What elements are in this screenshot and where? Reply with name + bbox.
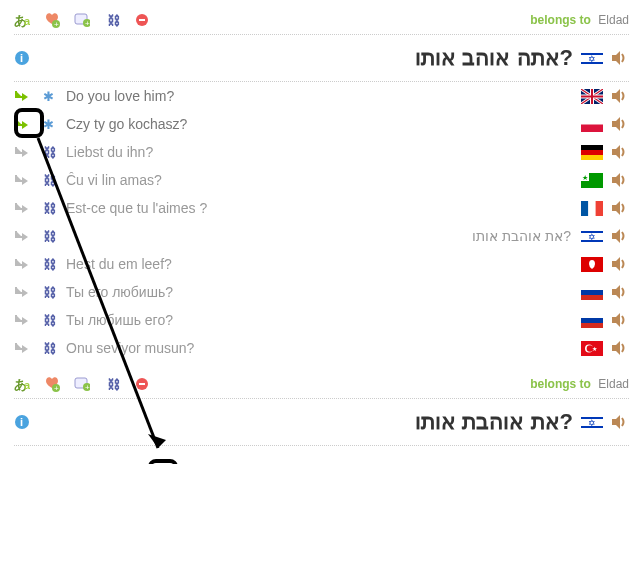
translation-row: ⛓Hest du em leef? (14, 250, 629, 278)
link-icon[interactable]: ⛓ (104, 12, 120, 28)
flag-problem-icon[interactable] (134, 12, 150, 28)
translation-text[interactable]: Ты его любишь? (66, 284, 571, 300)
owner-link[interactable]: Eldad (598, 377, 629, 391)
translation-arrow-icon[interactable] (14, 340, 30, 356)
transliterate-icon[interactable]: あa (14, 376, 30, 392)
translation-text[interactable]: Ĉu vi lin amas? (66, 172, 571, 188)
chain-icon[interactable]: ⛓ (40, 200, 56, 216)
chain-icon[interactable]: ⛓ (40, 228, 56, 244)
audio-icon[interactable] (611, 256, 629, 272)
svg-rect-24 (581, 117, 603, 125)
translation-text[interactable]: Hest du em leef? (66, 256, 571, 272)
svg-marker-66 (612, 341, 620, 355)
translation-text[interactable]: Liebst du ihn? (66, 144, 571, 160)
link-icon[interactable]: ⛓ (104, 376, 120, 392)
main-sentence-text[interactable]: ?את אוהבת אותו (38, 409, 573, 435)
svg-rect-38 (581, 201, 588, 216)
owner-link[interactable]: Eldad (598, 13, 629, 27)
favorite-icon[interactable]: + (44, 376, 60, 392)
translation-row: ⛓Ты любишь его? (14, 306, 629, 334)
svg-rect-53 (581, 290, 603, 295)
svg-marker-27 (22, 149, 28, 157)
audio-icon[interactable] (611, 340, 629, 356)
svg-marker-15 (612, 51, 620, 65)
audio-icon[interactable] (611, 144, 629, 160)
flag-lowsaxon (581, 257, 603, 272)
translation-arrow-icon[interactable] (14, 144, 30, 160)
info-icon[interactable]: i (14, 414, 30, 430)
svg-text:★: ★ (592, 346, 597, 352)
audio-icon[interactable] (611, 88, 629, 104)
flag-poland (581, 117, 603, 132)
audio-icon[interactable] (611, 50, 629, 66)
svg-rect-28 (581, 145, 603, 150)
translation-text[interactable]: Est-ce que tu l'aimes ? (66, 200, 571, 216)
star-icon[interactable]: ✱ (40, 88, 56, 104)
main-sentence-text[interactable]: ?אתה אוהב אותו (38, 45, 573, 71)
translation-arrow-icon[interactable] (14, 284, 30, 300)
chain-icon[interactable]: ⛓ (40, 312, 56, 328)
svg-marker-16 (22, 93, 28, 101)
svg-rect-52 (581, 285, 603, 290)
info-icon[interactable]: i (14, 50, 30, 66)
translation-arrow-icon[interactable] (14, 312, 30, 328)
audio-icon[interactable] (611, 284, 629, 300)
svg-text:★: ★ (582, 174, 588, 181)
audio-icon[interactable] (611, 414, 629, 430)
translation-row: ⛓Onu seviyor musun?★ (14, 334, 629, 362)
add-translation-icon[interactable]: + (74, 12, 90, 28)
translation-row: ✱Czy ty go kochasz? (14, 110, 629, 138)
translation-text[interactable]: ?את אוהבת אותו (66, 228, 571, 244)
flag-problem-icon[interactable] (134, 376, 150, 392)
favorite-icon[interactable]: + (44, 12, 60, 28)
chain-icon[interactable]: ⛓ (40, 256, 56, 272)
svg-marker-51 (22, 289, 28, 297)
chain-icon[interactable]: ⛓ (40, 340, 56, 356)
chain-icon[interactable]: ⛓ (40, 284, 56, 300)
translation-arrow-icon[interactable] (14, 116, 30, 132)
chain-icon[interactable]: ⛓ (40, 172, 56, 188)
main-sentence-row: i ?את אוהבת אותו ✡ (14, 399, 629, 446)
svg-marker-37 (22, 205, 28, 213)
translation-text[interactable]: Do you love him? (66, 88, 571, 104)
translation-arrow-icon[interactable] (14, 172, 30, 188)
svg-rect-54 (581, 295, 603, 300)
transliterate-icon[interactable]: あa (14, 12, 30, 28)
svg-text:a: a (24, 15, 30, 27)
star-icon[interactable]: ✱ (40, 116, 56, 132)
svg-rect-8 (139, 19, 145, 21)
svg-marker-61 (22, 345, 28, 353)
translation-arrow-icon[interactable] (14, 200, 30, 216)
audio-icon[interactable] (611, 228, 629, 244)
svg-rect-58 (581, 318, 603, 323)
translation-arrow-icon[interactable] (14, 228, 30, 244)
translation-arrow-icon[interactable] (14, 256, 30, 272)
toolbar-buttons: あa + + ⛓ (14, 376, 150, 392)
svg-marker-32 (22, 177, 28, 185)
flag-uk (581, 89, 603, 104)
svg-text:✡: ✡ (588, 54, 596, 64)
translation-text[interactable]: Onu seviyor musun? (66, 340, 571, 356)
svg-text:i: i (20, 416, 23, 428)
translation-arrow-icon[interactable] (14, 88, 30, 104)
audio-icon[interactable] (611, 312, 629, 328)
audio-icon[interactable] (611, 172, 629, 188)
svg-rect-75 (139, 383, 145, 385)
translation-row: ⛓Ĉu vi lin amas?★ (14, 166, 629, 194)
svg-marker-26 (612, 117, 620, 131)
svg-text:+: + (85, 383, 90, 392)
audio-icon[interactable] (611, 200, 629, 216)
chain-icon[interactable]: ⛓ (40, 144, 56, 160)
svg-marker-56 (22, 317, 28, 325)
toolbar-buttons: あa + + ⛓ (14, 12, 150, 28)
svg-text:+: + (85, 19, 90, 28)
flag-germany (581, 145, 603, 160)
svg-marker-50 (612, 257, 620, 271)
translation-text[interactable]: Ты любишь его? (66, 312, 571, 328)
audio-icon[interactable] (611, 116, 629, 132)
add-translation-icon[interactable]: + (74, 376, 90, 392)
translation-text[interactable]: Czy ty go kochasz? (66, 116, 571, 132)
flag-israel: ✡ (581, 51, 603, 66)
svg-text:+: + (54, 384, 59, 392)
toolbar: あa + + ⛓ belongs to Eldad (14, 8, 629, 35)
